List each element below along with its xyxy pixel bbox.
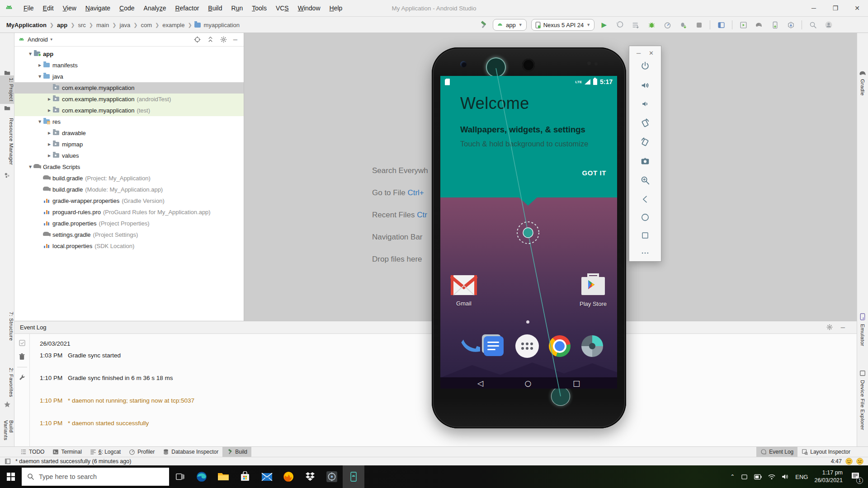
taskbar-app-emulator[interactable] <box>343 465 364 488</box>
menu-window[interactable]: Window <box>293 0 325 17</box>
run-button[interactable]: ▶ <box>599 20 609 30</box>
taskbar-app-android-studio[interactable] <box>321 465 343 488</box>
tree-node[interactable]: ▶values <box>14 150 244 161</box>
sidebar-tab-7-structure[interactable]: 7: Structure <box>0 310 14 343</box>
gear-icon[interactable] <box>826 324 833 330</box>
emulator-home-button[interactable] <box>641 213 650 224</box>
hide-icon[interactable]: ─ <box>841 324 845 331</box>
run-anything-button[interactable] <box>738 20 748 30</box>
apply-code-changes-button[interactable] <box>631 20 641 30</box>
emulator-zoom-button[interactable] <box>640 175 650 187</box>
emulator-rotate-right-button[interactable] <box>640 137 650 149</box>
breadcrumb-item[interactable]: MyApplication <box>5 22 47 28</box>
right-tab-gradle[interactable]: Gradle <box>857 69 868 96</box>
tree-node[interactable]: gradle.properties(Project Properties) <box>14 218 244 229</box>
build-hammer-icon[interactable] <box>478 20 488 30</box>
app-messages[interactable] <box>482 334 505 358</box>
toolwindow-button-event-log[interactable]: Event Log <box>756 447 797 457</box>
tablet-icon[interactable] <box>741 474 748 480</box>
run-config-select[interactable]: app ▼ <box>493 19 527 31</box>
right-tab-emulator[interactable]: Emulator <box>857 313 868 346</box>
tree-node[interactable]: com.example.myapplication <box>14 82 244 94</box>
app-play-store[interactable]: Play Store <box>579 273 608 307</box>
tree-collapsed-icon[interactable]: ▶ <box>46 131 52 135</box>
collapse-all-icon[interactable] <box>207 36 214 43</box>
menu-edit[interactable]: Edit <box>38 0 58 17</box>
emulator-volume-down-button[interactable] <box>641 99 650 110</box>
maximize-button[interactable]: ❐ <box>825 0 846 17</box>
attach-debugger-button[interactable] <box>678 20 688 30</box>
emulator-volume-up-button[interactable] <box>640 80 650 92</box>
tree-node[interactable]: build.gradle(Project: My_Application) <box>14 173 244 184</box>
clear-log-trash-icon[interactable] <box>19 353 25 361</box>
app-phone[interactable] <box>458 334 482 358</box>
taskbar-app-task-view[interactable] <box>169 465 191 488</box>
toolwindow-button-build[interactable]: Build <box>222 447 251 457</box>
tree-expanded-icon[interactable]: ▼ <box>37 120 43 124</box>
menu-run[interactable]: Run <box>227 0 248 17</box>
taskbar-app-firefox[interactable] <box>278 465 299 488</box>
profile-avatar-button[interactable] <box>824 20 834 30</box>
menu-vcs[interactable]: VCS <box>271 0 293 17</box>
tree-node[interactable]: ▼app <box>14 48 244 60</box>
toolwindow-button-profiler[interactable]: Profiler <box>125 447 159 457</box>
nav-back-button[interactable]: ◁ <box>477 379 483 388</box>
tree-node[interactable]: ▼Gradle Scripts <box>14 161 244 173</box>
speaker-icon[interactable] <box>782 474 789 480</box>
tray-clock[interactable]: 1:17 pm 26/03/2021 <box>814 469 843 484</box>
emulator-overview-button[interactable] <box>641 231 649 241</box>
device-manager-button[interactable] <box>770 20 780 30</box>
app-quality-icon[interactable] <box>4 172 10 180</box>
project-view-selector[interactable]: Android <box>28 36 48 43</box>
settings-wrench-icon[interactable] <box>19 374 26 381</box>
menu-tools[interactable]: Tools <box>247 0 271 17</box>
breadcrumb-item[interactable]: com <box>140 22 153 28</box>
nav-home-button[interactable]: ○ <box>525 379 532 388</box>
sidebar-tab-1-project[interactable]: 1: Project <box>0 75 14 104</box>
got-it-button[interactable]: GOT IT <box>582 169 606 177</box>
emulator-screenshot-button[interactable] <box>640 156 650 168</box>
menu-view[interactable]: View <box>58 0 81 17</box>
taskbar-app-file-explorer[interactable] <box>212 465 234 488</box>
toolwindow-button-todo[interactable]: TODO <box>16 447 48 457</box>
menu-help[interactable]: Help <box>325 0 347 17</box>
star-icon[interactable] <box>4 401 11 410</box>
tree-node[interactable]: build.gradle(Module: My_Application.app) <box>14 184 244 195</box>
toolwindow-button-database-inspector[interactable]: Database Inspector <box>159 447 222 457</box>
tree-node[interactable]: ▶com.example.myapplication(androidTest) <box>14 94 244 105</box>
nav-overview-button[interactable]: □ <box>573 379 580 388</box>
gradle-sync-button[interactable] <box>754 20 764 30</box>
tree-node[interactable]: ▶manifests <box>14 60 244 71</box>
debug-button[interactable] <box>646 20 656 30</box>
taskbar-app-edge[interactable] <box>191 465 212 488</box>
stop-button[interactable] <box>694 20 704 30</box>
profiler-button[interactable] <box>662 20 672 30</box>
menu-file[interactable]: File <box>19 0 38 17</box>
soft-wrap-icon[interactable] <box>19 339 26 347</box>
battery-icon[interactable] <box>754 474 762 480</box>
minimize-button[interactable]: ─ <box>803 0 825 17</box>
tree-collapsed-icon[interactable]: ▶ <box>46 97 52 101</box>
taskbar-search-input[interactable]: Type here to search <box>22 468 169 486</box>
toolwindow-button-layout-inspector[interactable]: Layout Inspector <box>797 447 854 457</box>
sidebar-tab-2-favorites[interactable]: 2: Favorites <box>0 366 14 399</box>
toolwindow-layout-button[interactable] <box>716 20 726 30</box>
device-select[interactable]: Nexus 5 API 24 ▼ <box>531 19 595 31</box>
apply-changes-button[interactable] <box>615 20 625 30</box>
tree-collapsed-icon[interactable]: ▶ <box>46 154 52 158</box>
folder-icon[interactable] <box>4 104 10 113</box>
phone-screen[interactable]: Gmail Play Store <box>440 76 617 389</box>
tree-collapsed-icon[interactable]: ▶ <box>46 108 52 113</box>
taskbar-app-mail[interactable] <box>256 465 278 488</box>
locate-icon[interactable] <box>194 36 201 43</box>
menu-build[interactable]: Build <box>203 0 226 17</box>
tree-expanded-icon[interactable]: ▼ <box>37 75 43 79</box>
taskbar-app-store[interactable] <box>234 465 256 488</box>
language-indicator[interactable]: ENG <box>795 474 808 480</box>
menu-analyze[interactable]: Analyze <box>139 0 171 17</box>
close-button[interactable]: ✕ <box>846 0 868 17</box>
breadcrumb-item[interactable]: main <box>95 22 110 28</box>
tree-node[interactable]: ▼res <box>14 116 244 127</box>
sidebar-tab-resource-manager[interactable]: Resource Manager <box>0 116 14 167</box>
breadcrumb-item[interactable]: myapplication <box>203 22 241 28</box>
